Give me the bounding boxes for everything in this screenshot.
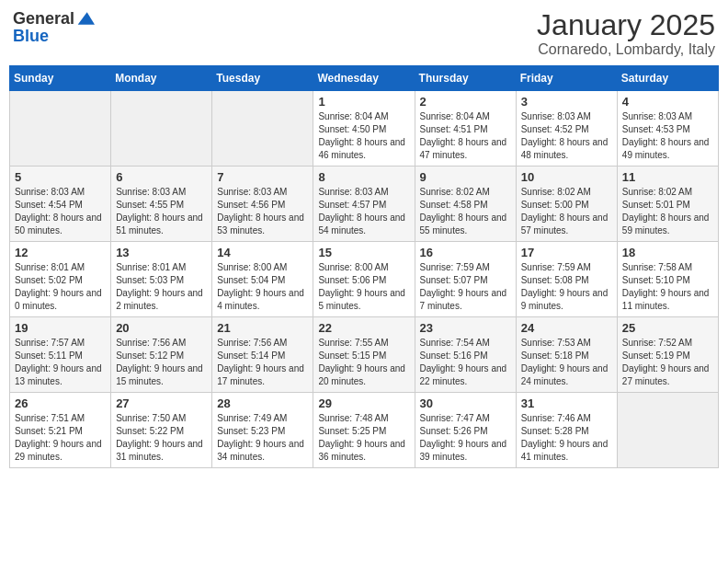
day-info: Sunrise: 7:47 AM Sunset: 5:26 PM Dayligh…: [420, 412, 511, 464]
day-number: 24: [521, 321, 612, 335]
calendar-cell: 27Sunrise: 7:50 AM Sunset: 5:22 PM Dayli…: [111, 393, 212, 468]
day-number: 8: [318, 170, 409, 184]
day-number: 29: [318, 396, 409, 410]
calendar-cell: 2Sunrise: 8:04 AM Sunset: 4:51 PM Daylig…: [415, 91, 516, 167]
day-number: 31: [521, 396, 612, 410]
day-number: 16: [420, 246, 511, 259]
calendar-cell: 25Sunrise: 7:52 AM Sunset: 5:19 PM Dayli…: [617, 317, 718, 393]
calendar-cell: [212, 91, 313, 167]
day-number: 15: [318, 246, 409, 259]
day-info: Sunrise: 7:59 AM Sunset: 5:08 PM Dayligh…: [521, 261, 612, 313]
day-number: 18: [622, 246, 713, 259]
calendar-week-3: 12Sunrise: 8:01 AM Sunset: 5:02 PM Dayli…: [10, 242, 719, 317]
day-info: Sunrise: 8:01 AM Sunset: 5:02 PM Dayligh…: [15, 261, 106, 313]
calendar-cell: 3Sunrise: 8:03 AM Sunset: 4:52 PM Daylig…: [516, 91, 617, 167]
day-info: Sunrise: 8:03 AM Sunset: 4:52 PM Dayligh…: [521, 110, 612, 162]
day-info: Sunrise: 7:53 AM Sunset: 5:18 PM Dayligh…: [521, 337, 612, 388]
weekday-header-monday: Monday: [111, 66, 212, 91]
calendar-cell: 10Sunrise: 8:02 AM Sunset: 5:00 PM Dayli…: [516, 167, 617, 242]
day-number: 9: [420, 170, 511, 184]
day-info: Sunrise: 8:01 AM Sunset: 5:03 PM Dayligh…: [116, 261, 207, 313]
day-number: 14: [217, 246, 308, 259]
calendar-week-2: 5Sunrise: 8:03 AM Sunset: 4:54 PM Daylig…: [10, 167, 719, 242]
weekday-header-row: SundayMondayTuesdayWednesdayThursdayFrid…: [10, 66, 719, 91]
weekday-header-friday: Friday: [516, 66, 617, 91]
calendar-cell: 22Sunrise: 7:55 AM Sunset: 5:15 PM Dayli…: [313, 317, 415, 393]
day-number: 7: [217, 170, 308, 184]
day-number: 3: [521, 95, 612, 109]
day-number: 26: [15, 396, 106, 410]
day-info: Sunrise: 7:57 AM Sunset: 5:11 PM Dayligh…: [15, 337, 106, 388]
calendar-cell: 12Sunrise: 8:01 AM Sunset: 5:02 PM Dayli…: [10, 242, 111, 317]
calendar-cell: 30Sunrise: 7:47 AM Sunset: 5:26 PM Dayli…: [415, 393, 516, 468]
calendar-cell: 13Sunrise: 8:01 AM Sunset: 5:03 PM Dayli…: [111, 242, 212, 317]
day-info: Sunrise: 7:46 AM Sunset: 5:28 PM Dayligh…: [521, 412, 612, 464]
day-number: 19: [15, 321, 106, 335]
calendar-cell: 16Sunrise: 7:59 AM Sunset: 5:07 PM Dayli…: [415, 242, 516, 317]
day-number: 20: [116, 321, 207, 335]
calendar-cell: 19Sunrise: 7:57 AM Sunset: 5:11 PM Dayli…: [10, 317, 111, 393]
day-number: 23: [420, 321, 511, 335]
day-number: 28: [217, 396, 308, 410]
day-number: 12: [15, 246, 106, 259]
day-number: 25: [622, 321, 713, 335]
weekday-header-thursday: Thursday: [415, 66, 516, 91]
day-info: Sunrise: 8:03 AM Sunset: 4:55 PM Dayligh…: [116, 186, 207, 237]
calendar-cell: 17Sunrise: 7:59 AM Sunset: 5:08 PM Dayli…: [516, 242, 617, 317]
day-number: 5: [15, 170, 106, 184]
weekday-header-saturday: Saturday: [617, 66, 718, 91]
logo-icon: [76, 9, 95, 28]
day-info: Sunrise: 7:51 AM Sunset: 5:21 PM Dayligh…: [15, 412, 106, 464]
calendar-cell: 28Sunrise: 7:49 AM Sunset: 5:23 PM Dayli…: [212, 393, 313, 468]
day-info: Sunrise: 7:56 AM Sunset: 5:12 PM Dayligh…: [116, 337, 207, 388]
day-number: 6: [116, 170, 207, 184]
calendar-cell: 31Sunrise: 7:46 AM Sunset: 5:28 PM Dayli…: [516, 393, 617, 468]
day-info: Sunrise: 7:52 AM Sunset: 5:19 PM Dayligh…: [622, 337, 713, 388]
logo-general: General: [13, 10, 74, 27]
day-number: 30: [420, 396, 511, 410]
calendar-cell: 15Sunrise: 8:00 AM Sunset: 5:06 PM Dayli…: [313, 242, 415, 317]
calendar-cell: 23Sunrise: 7:54 AM Sunset: 5:16 PM Dayli…: [415, 317, 516, 393]
calendar-week-4: 19Sunrise: 7:57 AM Sunset: 5:11 PM Dayli…: [10, 317, 719, 393]
weekday-header-wednesday: Wednesday: [313, 66, 415, 91]
day-info: Sunrise: 7:56 AM Sunset: 5:14 PM Dayligh…: [217, 337, 308, 388]
day-info: Sunrise: 7:59 AM Sunset: 5:07 PM Dayligh…: [420, 261, 511, 313]
day-info: Sunrise: 7:58 AM Sunset: 5:10 PM Dayligh…: [622, 261, 713, 313]
day-info: Sunrise: 7:49 AM Sunset: 5:23 PM Dayligh…: [217, 412, 308, 464]
calendar-table: SundayMondayTuesdayWednesdayThursdayFrid…: [9, 65, 719, 468]
calendar-cell: 7Sunrise: 8:03 AM Sunset: 4:56 PM Daylig…: [212, 167, 313, 242]
day-info: Sunrise: 8:00 AM Sunset: 5:04 PM Dayligh…: [217, 261, 308, 313]
calendar-cell: [111, 91, 212, 167]
month-title: January 2025: [537, 9, 715, 41]
weekday-header-sunday: Sunday: [10, 66, 111, 91]
day-info: Sunrise: 8:03 AM Sunset: 4:56 PM Dayligh…: [217, 186, 308, 237]
calendar-cell: 14Sunrise: 8:00 AM Sunset: 5:04 PM Dayli…: [212, 242, 313, 317]
calendar-week-1: 1Sunrise: 8:04 AM Sunset: 4:50 PM Daylig…: [10, 91, 719, 167]
day-number: 17: [521, 246, 612, 259]
day-info: Sunrise: 7:50 AM Sunset: 5:22 PM Dayligh…: [116, 412, 207, 464]
day-number: 13: [116, 246, 207, 259]
day-number: 2: [420, 95, 511, 109]
calendar-cell: 11Sunrise: 8:02 AM Sunset: 5:01 PM Dayli…: [617, 167, 718, 242]
title-block: January 2025 Cornaredo, Lombardy, Italy: [537, 9, 715, 58]
calendar-cell: 8Sunrise: 8:03 AM Sunset: 4:57 PM Daylig…: [313, 167, 415, 242]
day-info: Sunrise: 8:02 AM Sunset: 4:58 PM Dayligh…: [420, 186, 511, 237]
calendar-cell: [617, 393, 718, 468]
calendar-cell: 5Sunrise: 8:03 AM Sunset: 4:54 PM Daylig…: [10, 167, 111, 242]
day-number: 21: [217, 321, 308, 335]
calendar-week-5: 26Sunrise: 7:51 AM Sunset: 5:21 PM Dayli…: [10, 393, 719, 468]
day-info: Sunrise: 8:04 AM Sunset: 4:51 PM Dayligh…: [420, 110, 511, 162]
weekday-header-tuesday: Tuesday: [212, 66, 313, 91]
page-header: General Blue January 2025 Cornaredo, Lom…: [9, 9, 719, 58]
calendar-cell: 9Sunrise: 8:02 AM Sunset: 4:58 PM Daylig…: [415, 167, 516, 242]
day-info: Sunrise: 7:55 AM Sunset: 5:15 PM Dayligh…: [318, 337, 409, 388]
calendar-cell: 26Sunrise: 7:51 AM Sunset: 5:21 PM Dayli…: [10, 393, 111, 468]
calendar-cell: 1Sunrise: 8:04 AM Sunset: 4:50 PM Daylig…: [313, 91, 415, 167]
day-info: Sunrise: 8:02 AM Sunset: 5:01 PM Dayligh…: [622, 186, 713, 237]
calendar-cell: 21Sunrise: 7:56 AM Sunset: 5:14 PM Dayli…: [212, 317, 313, 393]
day-info: Sunrise: 7:54 AM Sunset: 5:16 PM Dayligh…: [420, 337, 511, 388]
calendar-cell: 24Sunrise: 7:53 AM Sunset: 5:18 PM Dayli…: [516, 317, 617, 393]
day-info: Sunrise: 8:03 AM Sunset: 4:53 PM Dayligh…: [622, 110, 713, 162]
day-info: Sunrise: 8:03 AM Sunset: 4:54 PM Dayligh…: [15, 186, 106, 237]
calendar-cell: 29Sunrise: 7:48 AM Sunset: 5:25 PM Dayli…: [313, 393, 415, 468]
